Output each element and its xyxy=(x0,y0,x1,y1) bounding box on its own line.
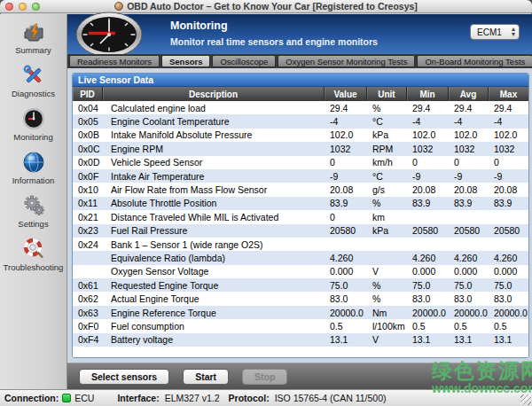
sidebar-item-settings[interactable]: Settings xyxy=(0,193,66,229)
sidebar-item-information[interactable]: Information xyxy=(0,150,66,185)
start-button[interactable]: Start xyxy=(183,369,229,385)
cell-avg: 20.08 xyxy=(449,184,489,195)
cell-unit: V xyxy=(367,334,407,345)
table-row[interactable]: 0x62Actual Engine Torque83.0%83.083.083.… xyxy=(73,292,528,305)
table-row[interactable]: Oxygen Sensor Voltage0.000V0.0000.0000.0… xyxy=(73,265,528,278)
select-sensors-button[interactable]: Select sensors xyxy=(79,369,169,385)
protocol-label: Protocol: xyxy=(229,393,270,403)
cell-max: 0.5 xyxy=(489,321,528,332)
cell-pid: 0x61 xyxy=(73,280,103,291)
cell-value: 0 xyxy=(325,212,367,223)
table-row[interactable]: 0x24Bank 1 – Sensor 1 (wide range O2S) xyxy=(73,238,528,251)
cell-avg: 0.5 xyxy=(449,321,489,332)
close-window-button[interactable] xyxy=(5,3,13,11)
cell-max: 0.000 xyxy=(489,266,528,277)
cell-unit: % xyxy=(367,293,407,304)
cell-unit: km/h xyxy=(367,157,407,168)
cell-value: 83.0 xyxy=(325,293,367,304)
column-header-avg[interactable]: Avg xyxy=(449,87,489,101)
sidebar-item-troubleshooting[interactable]: Troubleshooting xyxy=(0,237,66,272)
table-row[interactable]: 0x21Distance Traveled While MIL is Activ… xyxy=(73,210,528,223)
cell-max: 13.1 xyxy=(489,334,528,345)
table-row[interactable]: 0x05Engine Coolant Temperature-4°C-4-4-4 xyxy=(73,114,528,128)
engine-icon xyxy=(21,20,46,44)
sidebar-item-summary[interactable]: Summary xyxy=(0,20,66,55)
app-window: OBD Auto Doctor – Get to Know Your Car [… xyxy=(0,0,532,406)
cell-desc: Vehicle Speed Sensor xyxy=(103,157,325,168)
cell-max: 83.9 xyxy=(489,198,528,208)
page-header: Monitoring Monitor real time sensors and… xyxy=(67,14,532,54)
cell-value: 29.4 xyxy=(325,103,367,113)
tab-on-board-monitoring-tests[interactable]: On-Board Monitoring Tests xyxy=(417,55,532,67)
cell-pid: 0x63 xyxy=(73,308,103,318)
sidebar-item-monitoring[interactable]: Monitoring xyxy=(0,106,66,142)
table-row[interactable]: 0x10Air Flow Rate from Mass Flow Sensor2… xyxy=(73,183,528,196)
cell-avg: 4.260 xyxy=(449,253,489,263)
table-row[interactable]: 0xF4Battery voltage13.1V13.113.113.1 xyxy=(73,333,528,347)
page-title: Monitoring xyxy=(170,20,228,32)
popup-arrows-icon: ▴▾ xyxy=(512,27,515,37)
cell-desc: Calculated engine load xyxy=(103,103,325,113)
cell-value: 75.0 xyxy=(325,280,367,291)
cell-value: 0 xyxy=(325,157,367,168)
cell-desc: Engine Coolant Temperature xyxy=(103,116,325,127)
sidebar-item-label: Troubleshooting xyxy=(4,262,64,272)
cell-unit: kPa xyxy=(367,225,407,236)
cell-max: 75.0 xyxy=(489,280,528,291)
table-row[interactable]: 0x11Absolute Throttle Position83.9%83.98… xyxy=(73,197,528,210)
cell-unit: l/100km xyxy=(367,321,407,332)
cell-value: 20000.0 xyxy=(325,308,367,318)
sidebar-item-label: Information xyxy=(12,176,55,185)
sidebar-item-label: Monitoring xyxy=(13,132,52,142)
cell-max: 20000.0 xyxy=(489,308,528,318)
table-row[interactable]: 0x0FIntake Air Temperature-9°C-9-9-9 xyxy=(73,169,528,183)
tab-oscilloscope[interactable]: Oscilloscope xyxy=(212,55,276,67)
cell-pid: 0x21 xyxy=(73,212,103,223)
column-header-min[interactable]: Min xyxy=(407,87,449,101)
cell-desc: Bank 1 – Sensor 1 (wide range O2S) xyxy=(103,239,325,250)
cell-min: 1032 xyxy=(407,144,449,154)
stop-button: Stop xyxy=(242,369,287,385)
cell-pid: 0x05 xyxy=(73,116,103,127)
column-header-description[interactable]: Description xyxy=(103,87,325,101)
zoom-window-button[interactable] xyxy=(32,3,40,11)
table-row[interactable]: 0x23Fuel Rail Pressure20580kPa2058020580… xyxy=(73,224,528,238)
table-row[interactable]: Equivalence Ratio (lambda)4.2604.2604.26… xyxy=(73,251,528,264)
page-subtitle: Monitor real time sensors and engine mon… xyxy=(170,36,378,47)
column-header-pid[interactable]: PID xyxy=(73,87,103,101)
minimize-window-button[interactable] xyxy=(19,3,27,11)
connection-label: Connection: xyxy=(4,393,59,403)
table-row[interactable]: 0x04Calculated engine load29.4%29.429.42… xyxy=(73,101,528,114)
table-row[interactable]: 0x63Engine Reference Torque20000.0Nm2000… xyxy=(73,306,528,319)
table-row[interactable]: 0x0BIntake Manifold Absolute Pressure102… xyxy=(73,129,528,142)
cell-min: 102.0 xyxy=(407,129,449,140)
resize-grip[interactable] xyxy=(520,394,531,405)
column-header-value[interactable]: Value xyxy=(325,87,367,101)
column-header-max[interactable]: Max xyxy=(489,87,528,101)
cell-avg: 1032 xyxy=(449,144,489,154)
globe-icon xyxy=(21,150,46,175)
connection-status-led-icon xyxy=(62,394,71,402)
sidebar-item-diagnostics[interactable]: Diagnostics xyxy=(0,63,66,98)
column-header-unit[interactable]: Unit xyxy=(367,87,407,101)
table-row[interactable]: 0x0CEngine RPM1032RPM103210321032 xyxy=(73,142,528,155)
cell-pid: 0x0D xyxy=(73,157,103,168)
cell-desc: Battery voltage xyxy=(103,334,325,345)
cell-min: -9 xyxy=(407,171,449,182)
cell-value: 1032 xyxy=(325,144,367,154)
sidebar-item-label: Summary xyxy=(15,45,51,55)
cell-desc: Distance Traveled While MIL is Activated xyxy=(103,212,325,223)
cell-min: 4.260 xyxy=(407,253,449,263)
tab-sensors[interactable]: Sensors xyxy=(161,55,211,67)
tab-oxygen-sensor-monitoring-tests[interactable]: Oxygen Sensor Monitoring Tests xyxy=(278,55,415,67)
cell-value: 0.5 xyxy=(325,321,367,332)
cell-unit: V xyxy=(367,266,407,277)
sidebar-item-label: Settings xyxy=(18,219,48,229)
table-row[interactable]: 0x61Requested Engine Torque75.0%75.075.0… xyxy=(73,278,528,292)
table-row[interactable]: 0x0DVehicle Speed Sensor0km/h000 xyxy=(73,156,528,169)
cell-unit: g/s xyxy=(367,184,407,195)
ecu-selector[interactable]: ECM1 ▴▾ xyxy=(470,24,520,40)
cell-value: 20.08 xyxy=(325,184,367,195)
table-row[interactable]: 0xF0Fuel consumption0.5l/100km0.50.50.5 xyxy=(73,319,528,332)
tab-readiness-monitors[interactable]: Readiness Monitors xyxy=(69,55,160,67)
